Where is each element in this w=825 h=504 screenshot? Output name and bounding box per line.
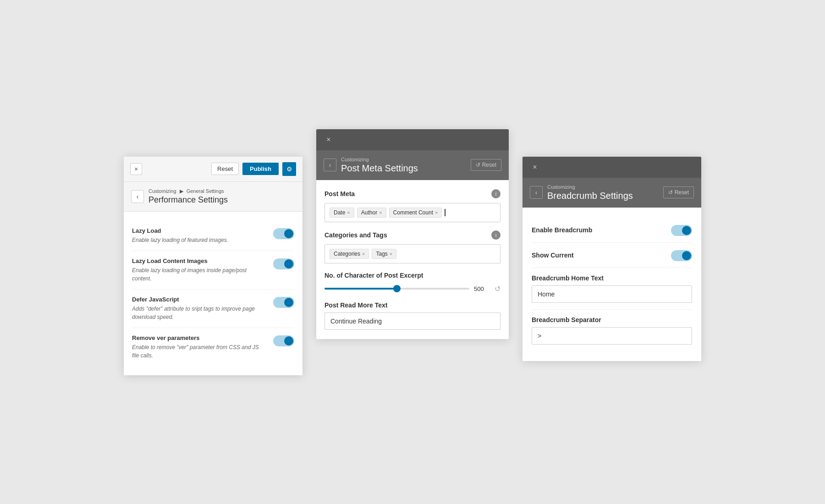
- panel1-back-button[interactable]: ‹: [131, 190, 144, 203]
- tag-date-remove[interactable]: ×: [347, 210, 350, 215]
- gear-icon: ⚙: [286, 165, 292, 173]
- post-meta-settings-panel: × ‹ Customizing Post Meta Settings ↺ Res…: [316, 129, 509, 339]
- remove-ver-desc: Enable to remove "ver" parameter from CS…: [132, 343, 260, 360]
- separator-input[interactable]: [532, 327, 692, 345]
- show-current-row: Show Current: [532, 243, 692, 268]
- home-text-section: Breadcrumb Home Text: [532, 268, 692, 310]
- reset-icon: ↺: [476, 162, 480, 168]
- lazy-load-label: Lazy Load: [132, 227, 228, 234]
- post-meta-section-header: Post Meta i: [324, 189, 500, 198]
- separator-label: Breadcrumb Separator: [532, 316, 692, 323]
- tag-categories-remove[interactable]: ×: [362, 251, 365, 257]
- back-icon: ‹: [535, 189, 538, 196]
- lazy-load-content-toggle[interactable]: [273, 258, 294, 269]
- show-current-toggle[interactable]: [671, 250, 692, 261]
- panel3-content: Enable Breadcrumb Show Current Bread: [522, 208, 701, 361]
- defer-js-setting: Defer JavaScript Adds "defer" attribute …: [132, 290, 294, 328]
- defer-js-toggle[interactable]: [273, 297, 294, 308]
- panel1-nav: ‹ Customizing ▶ General Settings Perform…: [124, 182, 302, 212]
- lazy-load-content-setting: Lazy Load Content Images Enable lazy loa…: [132, 251, 294, 290]
- panel2-close-button[interactable]: ×: [323, 134, 335, 146]
- separator-section: Breadcrumb Separator: [532, 310, 692, 351]
- lazy-load-desc: Enable lazy loading of featured images.: [132, 236, 228, 244]
- categories-info-icon[interactable]: i: [491, 230, 500, 240]
- tag-author[interactable]: Author ×: [357, 208, 386, 218]
- panel2-customizing-label: Customizing: [341, 157, 466, 162]
- panel3-customizing-label: Customizing: [547, 184, 659, 190]
- excerpt-section: No. of Character of Post Excerpt 500 ↺: [324, 272, 500, 293]
- remove-ver-toggle[interactable]: [273, 335, 294, 346]
- tag-author-remove[interactable]: ×: [379, 210, 382, 215]
- panel1-reset-button[interactable]: Reset: [211, 163, 239, 175]
- defer-js-label: Defer JavaScript: [132, 296, 260, 303]
- post-meta-title: Post Meta: [324, 190, 355, 197]
- panel3-reset-button[interactable]: ↺ Reset: [663, 186, 694, 198]
- panel3-title: Breadcrumb Settings: [547, 191, 659, 201]
- panel1-gear-button[interactable]: ⚙: [282, 162, 296, 176]
- excerpt-label: No. of Character of Post Excerpt: [324, 272, 500, 279]
- breadcrumb-settings-panel: × ‹ Customizing Breadcrumb Settings ↺ Re…: [522, 157, 701, 361]
- excerpt-slider[interactable]: [324, 288, 469, 290]
- breadcrumb-separator: ▶: [180, 188, 183, 194]
- panel3-top-header: ×: [522, 157, 701, 178]
- categories-tags-section-header: Categories and Tags i: [324, 230, 500, 240]
- excerpt-value: 500: [474, 285, 490, 292]
- enable-breadcrumb-row: Enable Breadcrumb: [532, 218, 692, 243]
- home-text-label: Breadcrumb Home Text: [532, 274, 692, 282]
- back-icon: ‹: [137, 193, 139, 200]
- panel2-top-header: ×: [316, 129, 509, 150]
- home-text-input[interactable]: [532, 285, 692, 303]
- panel1-header: × Reset Publish ⚙: [124, 157, 302, 182]
- categories-tags-title: Categories and Tags: [324, 231, 387, 239]
- remove-ver-setting: Remove ver parameters Enable to remove "…: [132, 328, 294, 366]
- show-current-label: Show Current: [532, 252, 574, 259]
- lazy-load-setting: Lazy Load Enable lazy loading of feature…: [132, 221, 294, 251]
- panel1-content: Lazy Load Enable lazy loading of feature…: [124, 212, 302, 375]
- tag-comment-count-remove[interactable]: ×: [435, 210, 438, 215]
- lazy-load-toggle[interactable]: [273, 228, 294, 239]
- tag-categories[interactable]: Categories ×: [330, 249, 369, 259]
- panel2-title: Post Meta Settings: [341, 163, 466, 174]
- enable-breadcrumb-label: Enable Breadcrumb: [532, 226, 592, 234]
- lazy-load-content-label: Lazy Load Content Images: [132, 257, 260, 264]
- read-more-section: Post Read More Text: [324, 301, 500, 330]
- tag-comment-count[interactable]: Comment Count ×: [389, 208, 442, 218]
- excerpt-slider-row: 500 ↺: [324, 285, 500, 293]
- panel3-back-button[interactable]: ‹: [530, 186, 543, 199]
- post-meta-tags-input[interactable]: Date × Author × Comment Count ×: [324, 203, 500, 222]
- back-icon: ‹: [329, 161, 331, 169]
- tag-tags-remove[interactable]: ×: [390, 251, 392, 257]
- read-more-input[interactable]: [324, 312, 500, 330]
- panel3-close-button[interactable]: ×: [529, 161, 541, 173]
- tag-date[interactable]: Date ×: [330, 208, 354, 218]
- panel1-breadcrumb: Customizing ▶ General Settings: [148, 188, 295, 194]
- panel1-close-button[interactable]: ×: [130, 163, 142, 175]
- defer-js-desc: Adds "defer" attribute to sript tags to …: [132, 305, 260, 321]
- lazy-load-content-desc: Enable lazy loading of images inside pag…: [132, 266, 260, 283]
- remove-ver-label: Remove ver parameters: [132, 334, 260, 341]
- enable-breadcrumb-toggle[interactable]: [671, 225, 692, 236]
- reset-icon: ↺: [668, 189, 673, 196]
- panel2-nav: ‹ Customizing Post Meta Settings ↺ Reset: [316, 150, 509, 180]
- tag-tags[interactable]: Tags ×: [372, 249, 396, 259]
- read-more-label: Post Read More Text: [324, 301, 500, 309]
- panel1-title: Performance Settings: [148, 195, 295, 205]
- panel2-content: Post Meta i Date × Author × Comment Coun…: [316, 180, 509, 339]
- post-meta-info-icon[interactable]: i: [491, 189, 500, 198]
- performance-settings-panel: × Reset Publish ⚙ ‹ Customizing ▶ Genera…: [124, 157, 302, 375]
- panel2-back-button[interactable]: ‹: [324, 159, 336, 171]
- panel1-publish-button[interactable]: Publish: [242, 163, 279, 175]
- panel3-nav: ‹ Customizing Breadcrumb Settings ↺ Rese…: [522, 178, 701, 208]
- excerpt-reset-icon[interactable]: ↺: [495, 285, 500, 293]
- categories-tags-input[interactable]: Categories × Tags ×: [324, 244, 500, 263]
- panel2-reset-button[interactable]: ↺ Reset: [471, 159, 501, 171]
